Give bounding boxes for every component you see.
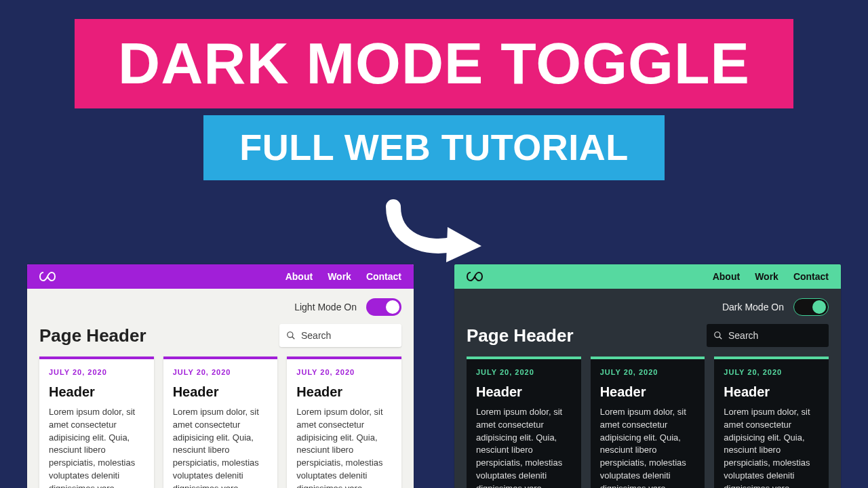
svg-point-1 [288, 332, 293, 338]
card-body: Lorem ipsum dolor, sit amet consectetur … [173, 406, 269, 488]
nav-about[interactable]: About [285, 271, 313, 282]
page-title: Page Header [467, 325, 574, 346]
subtitle-banner: FULL WEB TUTORIAL [203, 115, 665, 180]
card-date: JULY 20, 2020 [476, 367, 572, 378]
theme-toggle[interactable] [366, 298, 401, 316]
mode-label: Light Mode On [294, 302, 357, 312]
infinity-logo-icon [467, 272, 483, 281]
svg-line-2 [292, 337, 295, 340]
nav-contact[interactable]: Contact [793, 271, 829, 282]
svg-marker-0 [446, 227, 481, 262]
nav-work[interactable]: Work [328, 271, 351, 282]
search-icon [713, 331, 723, 340]
search-icon [286, 331, 296, 340]
card-body: Lorem ipsum dolor, sit amet consectetur … [476, 406, 572, 488]
infinity-logo-icon [39, 272, 56, 281]
card: JULY 20, 2020 Header Lorem ipsum dolor, … [287, 357, 401, 488]
card-title: Header [476, 382, 572, 402]
card-body: Lorem ipsum dolor, sit amet consectetur … [724, 406, 819, 488]
card-date: JULY 20, 2020 [296, 367, 392, 378]
card-title: Header [724, 382, 819, 402]
light-mode-preview: About Work Contact Light Mode On Page He… [27, 264, 414, 488]
arrow-icon [380, 186, 488, 268]
theme-toggle[interactable] [793, 298, 829, 316]
search-placeholder: Search [728, 330, 758, 341]
card-date: JULY 20, 2020 [49, 367, 144, 378]
card-date: JULY 20, 2020 [173, 367, 269, 378]
title-banner: DARK MODE TOGGLE [75, 19, 793, 108]
card: JULY 20, 2020 Header Lorem ipsum dolor, … [467, 357, 581, 488]
dark-mode-preview: About Work Contact Dark Mode On Page Hea… [454, 264, 841, 488]
card-title: Header [173, 382, 269, 402]
svg-line-4 [719, 337, 722, 340]
card: JULY 20, 2020 Header Lorem ipsum dolor, … [163, 357, 278, 488]
nav-contact[interactable]: Contact [366, 271, 401, 282]
topbar: About Work Contact [27, 264, 414, 289]
search-input[interactable]: Search [279, 324, 401, 347]
nav-work[interactable]: Work [755, 271, 778, 282]
mode-label: Dark Mode On [722, 302, 784, 312]
svg-point-3 [715, 332, 720, 338]
card-body: Lorem ipsum dolor, sit amet consectetur … [49, 406, 144, 488]
card-body: Lorem ipsum dolor, sit amet consectetur … [600, 406, 696, 488]
card-date: JULY 20, 2020 [724, 367, 819, 378]
page-title: Page Header [39, 325, 146, 346]
card: JULY 20, 2020 Header Lorem ipsum dolor, … [591, 357, 705, 488]
card: JULY 20, 2020 Header Lorem ipsum dolor, … [39, 357, 154, 488]
card: JULY 20, 2020 Header Lorem ipsum dolor, … [714, 357, 829, 488]
search-placeholder: Search [301, 330, 331, 341]
topbar: About Work Contact [454, 264, 841, 289]
nav-about[interactable]: About [713, 271, 740, 282]
card-title: Header [296, 382, 392, 402]
card-body: Lorem ipsum dolor, sit amet consectetur … [296, 406, 392, 488]
card-date: JULY 20, 2020 [600, 367, 696, 378]
search-input[interactable]: Search [707, 324, 829, 347]
card-title: Header [600, 382, 696, 402]
card-title: Header [49, 382, 144, 402]
